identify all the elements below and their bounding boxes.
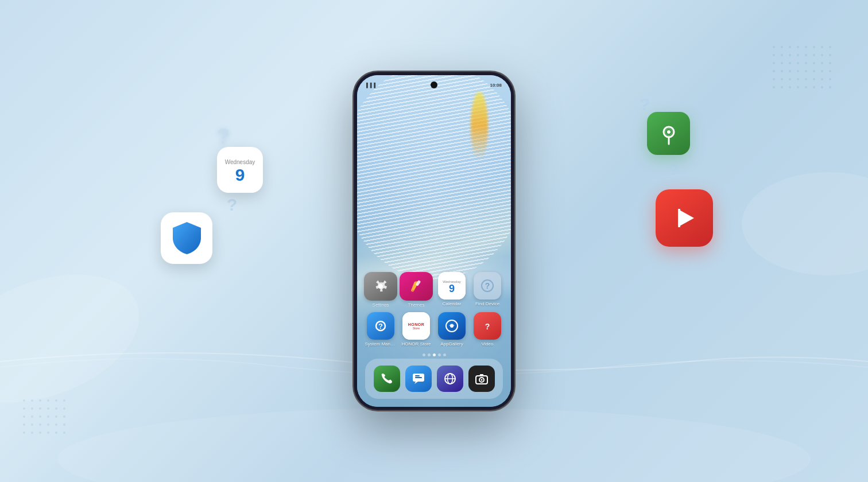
- phone-screen: ▌▌▌ 10:08 Settings: [357, 75, 511, 407]
- gear-icon: [373, 279, 388, 294]
- calendar-icon-inner: Wednesday 9: [438, 272, 466, 300]
- video-icon[interactable]: ?: [474, 312, 501, 340]
- play-icon: [670, 204, 699, 232]
- svg-rect-16: [415, 377, 422, 378]
- honor-sub: Store: [413, 326, 420, 330]
- find-device-icon-svg: ?: [480, 278, 495, 293]
- svg-text:?: ?: [485, 281, 490, 290]
- question-mark-4: ?: [669, 161, 679, 179]
- svg-point-13: [450, 324, 454, 328]
- app-find-device[interactable]: ? Find Device: [471, 272, 504, 306]
- svg-point-7: [412, 290, 414, 292]
- app-grid-row2: ? System Mana... HONOR Store HONOR Store: [357, 312, 511, 347]
- calendar-day-num: 9: [449, 283, 455, 294]
- settings-label: Settings: [373, 302, 389, 306]
- camera-icon: [474, 371, 489, 386]
- question-mark-1: ?: [217, 126, 263, 147]
- app-honor-store[interactable]: HONOR Store HONOR Store: [400, 312, 433, 347]
- svg-point-23: [480, 379, 482, 381]
- wallpaper-accent: [471, 92, 488, 161]
- calendar-label: Calendar: [443, 301, 461, 306]
- page-dot-5[interactable]: [443, 353, 446, 356]
- themes-icon[interactable]: [400, 272, 433, 301]
- find-device-icon[interactable]: ?: [474, 272, 501, 300]
- system-manager-icon-svg: ?: [373, 318, 388, 333]
- app-settings[interactable]: Settings: [364, 272, 397, 306]
- phone-dock: [365, 359, 503, 399]
- wallpaper-lines: [357, 75, 511, 291]
- app-system-manager[interactable]: ? System Mana...: [364, 312, 397, 347]
- svg-point-1: [667, 130, 671, 134]
- svg-text:?: ?: [485, 322, 490, 331]
- appgallery-icon[interactable]: [438, 312, 466, 340]
- camera-notch: [431, 81, 437, 88]
- system-manager-label: System Mana...: [365, 341, 397, 347]
- shield-icon: [171, 221, 203, 255]
- phone-call-icon: [379, 371, 394, 386]
- floating-location: [647, 112, 690, 155]
- question-mark-2: ?: [227, 195, 237, 215]
- dock-camera[interactable]: [468, 366, 495, 392]
- floating-play: [656, 189, 713, 247]
- main-scene: ? Wednesday 9 ? ?: [0, 0, 868, 482]
- honor-store-icon[interactable]: HONOR Store: [402, 312, 430, 340]
- svg-rect-17: [415, 375, 420, 376]
- page-dot-3[interactable]: [433, 353, 436, 356]
- shield-icon-bg: [161, 212, 212, 264]
- video-icon-svg: ?: [480, 318, 495, 333]
- page-dots: [357, 353, 511, 356]
- location-icon-bg: [647, 112, 690, 155]
- floating-shield: [161, 212, 212, 264]
- brush-icon: [409, 279, 424, 294]
- svg-marker-3: [679, 209, 694, 227]
- page-dot-4[interactable]: [438, 353, 441, 356]
- app-appgallery[interactable]: AppGallery: [435, 312, 468, 347]
- themes-label: Themes: [408, 302, 425, 306]
- play-icon-bg: [656, 189, 713, 247]
- signal-indicator: ▌▌▌: [366, 83, 378, 88]
- dock-messages[interactable]: [405, 366, 432, 392]
- browser-icon: [443, 371, 458, 386]
- messages-icon: [411, 371, 426, 386]
- page-dot-2[interactable]: [428, 353, 431, 356]
- app-themes[interactable]: Themes: [400, 272, 433, 306]
- calendar-float-day-name: Wednesday: [225, 159, 255, 165]
- calendar-icon[interactable]: Wednesday 9: [438, 272, 466, 300]
- system-manager-icon[interactable]: ?: [367, 312, 394, 340]
- honor-store-inner: HONOR Store: [402, 312, 430, 340]
- video-label: Video: [482, 341, 493, 347]
- question-mark-3: ?: [640, 95, 650, 114]
- status-bar: ▌▌▌ 10:08: [357, 75, 511, 91]
- svg-marker-4: [678, 209, 680, 227]
- honor-store-label: HONOR Store: [401, 341, 431, 347]
- honor-text: HONOR: [408, 322, 425, 326]
- location-icon: [657, 122, 680, 145]
- dock-browser[interactable]: [437, 366, 463, 392]
- floating-calendar: ? Wednesday 9: [217, 126, 263, 193]
- calendar-float-day-num: 9: [235, 165, 245, 184]
- phone-wallpaper: [357, 75, 511, 407]
- appgallery-icon-svg: [444, 318, 460, 334]
- appgallery-label: AppGallery: [440, 341, 463, 347]
- svg-text:?: ?: [378, 322, 383, 331]
- dock-phone[interactable]: [374, 366, 400, 392]
- page-dot-1[interactable]: [423, 353, 425, 356]
- app-grid-row1: Settings Themes: [357, 272, 511, 306]
- calendar-float-icon: Wednesday 9: [217, 147, 263, 193]
- status-time: 10:08: [490, 83, 502, 88]
- phone-device: ▌▌▌ 10:08 Settings: [354, 72, 514, 410]
- settings-icon[interactable]: [364, 272, 397, 301]
- app-calendar[interactable]: Wednesday 9 Calendar: [435, 272, 468, 306]
- app-video[interactable]: ? Video: [471, 312, 504, 347]
- find-device-label: Find Device: [475, 301, 499, 306]
